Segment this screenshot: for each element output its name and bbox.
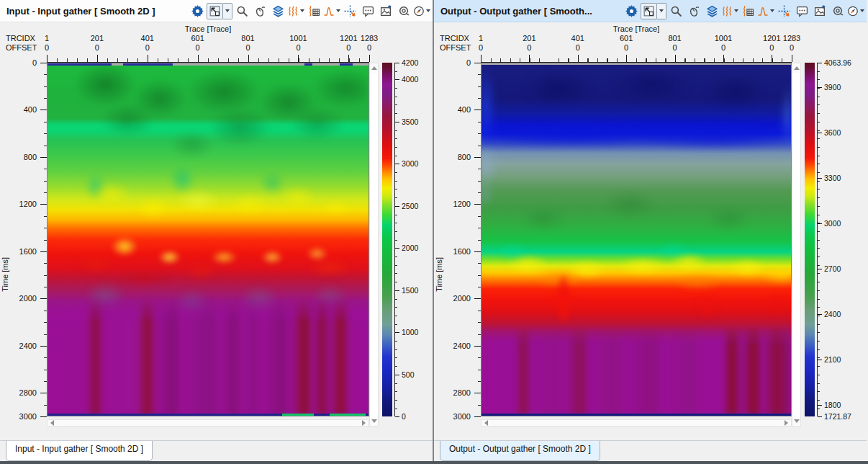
mouse-tool-icon[interactable] [685,2,702,19]
scroll-down-button[interactable] [370,416,378,426]
y-major-tick [40,157,47,158]
mouse-tool-icon[interactable] [251,2,268,19]
scroll-down-button[interactable] [792,416,800,426]
chevron-down-icon [770,9,774,12]
offset-tick-label: 0 [527,43,531,52]
zoom-label-icon[interactable] [395,2,412,19]
tab-input-gather[interactable]: Input - Input gather [ Smooth 2D ] [6,441,153,461]
colorbar-tick-label: 3300 [824,174,841,182]
zoom-magnifier-icon[interactable] [667,2,684,19]
y-tick-label: 1600 [19,247,37,256]
y-tick-label: 0 [466,58,471,67]
comment-icon[interactable] [793,2,810,19]
fit-view-dropdown[interactable] [223,3,232,19]
chevron-down-icon [225,9,230,12]
trcidx-tick-label: 1283 [783,34,800,43]
wiggle-table-icon[interactable] [739,2,756,19]
trcidx-tick-label: 801 [241,34,254,43]
colorbar-major-tick [818,63,822,63]
offset-tick-label: 0 [479,43,483,52]
comment-icon[interactable] [359,2,376,19]
trcidx-tick-label: 1 [45,34,49,43]
y-tick-label: 1200 [453,200,471,208]
x-major-tick [148,55,148,62]
colorbar-tick-label: 500 [402,370,415,379]
zoom-magnifier-icon[interactable] [233,2,250,19]
y-axis-ticks [474,63,481,416]
compass-icon[interactable] [847,2,864,19]
chevron-down-icon [426,9,430,12]
vertical-scrollbar[interactable] [369,63,379,427]
y-tick-label: 2400 [453,342,471,350]
offset-row-label: OFFSET [0,43,47,53]
fit-view-tool[interactable] [207,3,232,19]
colorbar-major-tick [395,248,399,249]
colorbar-major-tick [395,122,399,122]
triangle-down-icon [371,419,377,423]
y-major-tick [40,346,47,347]
layers-icon[interactable] [269,2,286,19]
export-image-icon[interactable] [811,2,828,19]
zoom-label-icon[interactable] [829,2,846,19]
offset-tick-label: 0 [576,43,580,52]
wiggle-table-icon[interactable] [305,2,322,19]
x-axis-title: Trace [Trace] [481,24,792,34]
compass-icon[interactable] [413,2,430,19]
scroll-right-button[interactable] [782,420,791,426]
pick-crosshair-icon[interactable] [341,2,358,19]
export-image-icon[interactable] [377,2,394,19]
input-heatmap[interactable] [47,63,369,416]
vertical-scrollbar[interactable] [792,63,801,427]
scroll-left-button[interactable] [482,420,491,426]
fit-view-tool[interactable] [641,3,666,19]
trcidx-tick-label: 1001 [289,34,307,43]
amplitude-curve-icon[interactable] [323,2,340,19]
output-heatmap[interactable] [481,63,792,416]
settings-gear-icon[interactable] [623,2,640,19]
scroll-up-button[interactable] [370,63,378,73]
scroll-up-button[interactable] [792,63,800,73]
colorbar-tick-label: 3600 [824,128,841,137]
output-panel-titlebar[interactable]: Output - Output gather [ Smooth... [434,0,867,22]
colorbar-major-tick [818,178,822,179]
pick-crosshair-icon[interactable] [775,2,792,19]
y-axis-title: Time [ms] [435,256,443,291]
trcidx-tick-label: 601 [620,34,633,43]
chevron-down-icon [336,9,340,12]
y-major-tick [40,110,47,110]
panel-title: Input - Input gather [ Smooth 2D ] [6,6,155,17]
heatmap-bottom-edge [482,414,791,416]
colorbar-major-tick [395,375,399,375]
wiggle-traces-icon[interactable] [287,2,304,19]
settings-gear-icon[interactable] [189,2,206,19]
amplitude-curve-icon[interactable] [757,2,774,19]
horizontal-scrollbar[interactable] [47,419,369,427]
offset-tick-label: 0 [673,43,677,52]
y-major-tick [40,204,47,205]
fit-view-icon[interactable] [641,3,657,19]
colorbar-tick-label: 2500 [402,202,418,210]
colorbar-tick-label: 3000 [402,159,418,168]
output-y-axis: Time [ms] 040080012001600200024002800300… [434,63,481,416]
output-x-axis-header: Trace [Trace] TRCIDX12014016018011001120… [434,22,867,63]
layers-icon[interactable] [703,2,720,19]
input-y-axis: Time [ms] 040080012001600200024002800300… [0,63,47,416]
scroll-right-button[interactable] [359,420,369,426]
fit-view-dropdown[interactable] [657,3,666,19]
y-major-tick [474,110,481,110]
trcidx-tick-row: 1201401601801100112011283 [47,34,369,43]
trcidx-tick-label: 1001 [715,34,732,43]
tab-output-gather[interactable]: Output - Output gather [ Smooth 2D ] [440,441,600,461]
wiggle-traces-icon[interactable] [721,2,738,19]
y-tick-label: 800 [24,153,37,161]
y-tick-label: 2000 [453,294,471,303]
horizontal-scrollbar[interactable] [481,419,792,427]
triangle-left-icon [50,420,54,426]
x-major-tick [675,55,676,62]
panel-input: Input - Input gather [ Smooth 2D ] Trace… [0,0,433,461]
input-panel-titlebar[interactable]: Input - Input gather [ Smooth 2D ] [0,0,433,22]
fit-view-icon[interactable] [207,3,223,19]
scroll-left-button[interactable] [48,420,57,426]
y-tick-label: 400 [24,105,37,114]
input-colorbar [382,63,392,416]
